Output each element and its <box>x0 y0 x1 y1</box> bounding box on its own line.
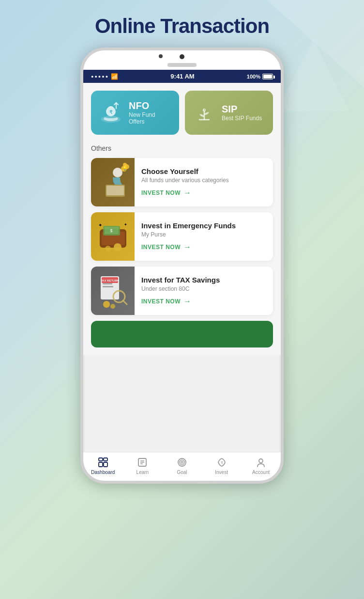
top-cards-row: ₹ NFO New Fund Offers <box>91 91 273 135</box>
emergency-thumb: $ ✦ ✦ <box>91 212 135 261</box>
tax-sub: Under section 80C <box>141 285 220 292</box>
partial-card <box>91 321 273 347</box>
nfo-text: NFO New Fund Offers <box>129 100 171 125</box>
svg-point-5 <box>113 168 122 177</box>
svg-line-28 <box>123 300 127 304</box>
status-time: 9:41 AM <box>170 73 194 80</box>
choose-yourself-title: Choose Yourself <box>141 167 229 175</box>
svg-text:💡: 💡 <box>122 166 127 171</box>
camera-icon <box>180 54 184 59</box>
svg-rect-33 <box>99 462 103 467</box>
app-content: ₹ NFO New Fund Offers <box>83 83 281 355</box>
goal-label: Goal <box>177 470 187 475</box>
emergency-cta[interactable]: INVEST NOW → <box>141 243 236 252</box>
nfo-icon: ₹ <box>99 101 123 125</box>
svg-text:$: $ <box>110 228 112 233</box>
arrow-icon: → <box>183 189 192 197</box>
wifi-icon: 📶 <box>111 73 118 80</box>
svg-text:TAX RETURN: TAX RETURN <box>101 279 119 282</box>
svg-rect-23 <box>103 283 112 284</box>
learn-icon <box>136 457 148 468</box>
nfo-card[interactable]: ₹ NFO New Fund Offers <box>91 91 179 135</box>
svg-text:₹: ₹ <box>109 110 113 115</box>
others-label: Others <box>91 144 273 152</box>
sip-card[interactable]: ₹ SIP Best SIP Funds <box>185 91 273 135</box>
svg-rect-31 <box>99 458 103 461</box>
speaker-icon <box>167 63 197 67</box>
nav-dashboard[interactable]: Dashboard <box>83 457 123 475</box>
arrow-icon: → <box>183 297 192 306</box>
tax-thumb: TAX RETURN <box>91 267 135 315</box>
svg-rect-7 <box>106 186 124 195</box>
sip-icon: ₹ <box>193 101 216 125</box>
phone-mockup: ●●●●● 📶 9:41 AM 100% <box>0 47 364 484</box>
sip-subtitle: Best SIP Funds <box>222 115 262 122</box>
nav-goal[interactable]: Goal <box>162 457 202 475</box>
svg-point-30 <box>110 304 115 309</box>
list-item[interactable]: 💡 Choose Yourself All funds under variou… <box>91 158 273 206</box>
arrow-icon: → <box>183 243 192 252</box>
choose-yourself-thumb: 💡 <box>91 158 135 206</box>
svg-rect-32 <box>104 458 107 461</box>
invest-label: Invest <box>215 470 228 475</box>
battery-icon <box>262 74 273 79</box>
account-label: Account <box>252 470 270 475</box>
svg-rect-24 <box>103 286 113 287</box>
signal-dots: ●●●●● <box>91 74 109 79</box>
emergency-sub: My Purse <box>141 231 236 238</box>
phone-body: ●●●●● 📶 9:41 AM 100% <box>80 47 284 484</box>
nfo-subtitle: New Fund Offers <box>129 111 171 125</box>
svg-rect-34 <box>104 462 107 467</box>
svg-point-40 <box>180 460 184 465</box>
emergency-title: Invest in Emergency Funds <box>141 221 236 230</box>
goal-icon <box>176 457 188 468</box>
choose-yourself-sub: All funds under various categories <box>141 177 229 184</box>
svg-point-43 <box>259 459 263 463</box>
nav-learn[interactable]: Learn <box>123 457 163 475</box>
svg-point-41 <box>181 461 183 463</box>
invest-icon: ₹ <box>216 457 228 468</box>
phone-top <box>83 50 281 70</box>
battery-percent: 100% <box>247 74 260 79</box>
sip-text: SIP Best SIP Funds <box>222 104 262 122</box>
svg-point-18 <box>105 246 111 252</box>
list-item[interactable]: TAX RETURN Invest for TAX Savings Under … <box>91 267 273 315</box>
status-left: ●●●●● 📶 <box>91 73 118 80</box>
account-icon <box>255 457 267 468</box>
nav-account[interactable]: Account <box>241 457 281 475</box>
choose-yourself-body: Choose Yourself All funds under various … <box>135 161 236 203</box>
learn-label: Learn <box>136 470 149 475</box>
svg-point-29 <box>103 301 110 308</box>
nav-invest[interactable]: ₹ Invest <box>202 457 242 475</box>
svg-text:₹: ₹ <box>220 461 223 465</box>
tax-title: Invest for TAX Savings <box>141 276 220 284</box>
emergency-body: Invest in Emergency Funds My Purse INVES… <box>135 216 243 257</box>
bottom-nav: Dashboard Learn <box>83 452 281 481</box>
front-camera-icon <box>159 54 163 58</box>
status-bar: ●●●●● 📶 9:41 AM 100% <box>83 70 281 83</box>
tax-cta[interactable]: INVEST NOW → <box>141 297 220 306</box>
list-item[interactable]: $ ✦ ✦ Invest in Emergency Funds My Purse <box>91 212 273 261</box>
dashboard-label: Dashboard <box>91 470 115 475</box>
dashboard-icon <box>97 457 109 468</box>
status-right: 100% <box>247 74 273 79</box>
svg-text:✦: ✦ <box>124 222 127 227</box>
svg-text:✦: ✦ <box>98 222 102 228</box>
sip-title: SIP <box>222 104 262 115</box>
nfo-title: NFO <box>129 100 171 111</box>
choose-yourself-cta[interactable]: INVEST NOW → <box>141 189 229 197</box>
tax-body: Invest for TAX Savings Under section 80C… <box>135 270 227 312</box>
svg-point-17 <box>114 243 121 251</box>
